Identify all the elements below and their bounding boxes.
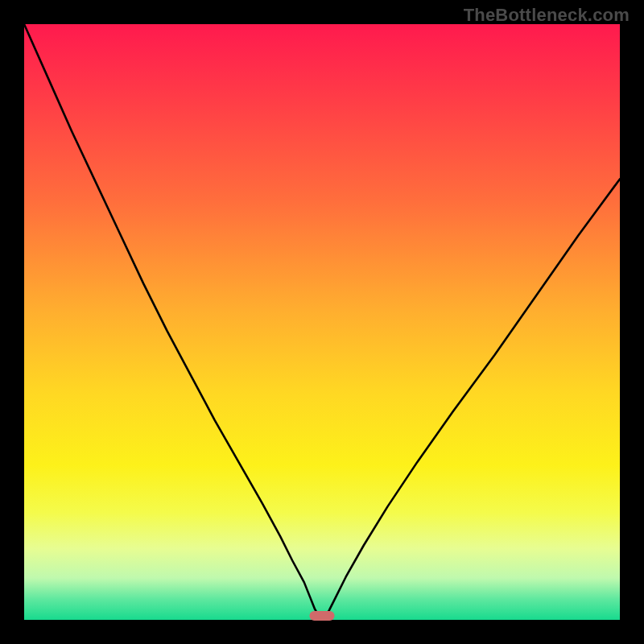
chart-frame: TheBottleneck.com — [0, 0, 644, 644]
watermark-text: TheBottleneck.com — [464, 5, 630, 26]
bottleneck-chart — [0, 0, 644, 644]
plot-background — [24, 24, 620, 620]
optimal-range-marker — [309, 611, 334, 621]
